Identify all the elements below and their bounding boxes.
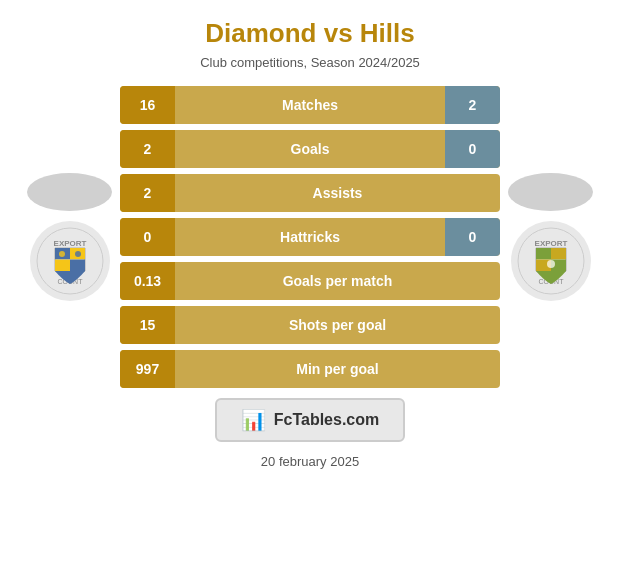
stat-label-goals-per-match: Goals per match <box>175 273 500 289</box>
right-oval <box>508 173 593 211</box>
svg-rect-5 <box>55 260 70 272</box>
left-badge-svg: EXPORT COUNT <box>35 226 105 296</box>
stat-label-shots-per-goal: Shots per goal <box>175 317 500 333</box>
stat-label-matches: Matches <box>175 97 445 113</box>
stat-left-goals: 2 <box>120 130 175 168</box>
stat-row-min-per-goal: 997Min per goal <box>120 350 500 388</box>
left-club-badge: EXPORT COUNT <box>30 221 110 301</box>
svg-text:EXPORT: EXPORT <box>53 239 86 248</box>
stat-left-assists: 2 <box>120 174 175 212</box>
stat-label-assists: Assists <box>175 185 500 201</box>
svg-rect-6 <box>70 260 85 272</box>
stat-label-goals: Goals <box>175 141 445 157</box>
stat-left-shots-per-goal: 15 <box>120 306 175 344</box>
svg-rect-12 <box>536 248 551 260</box>
stat-label-hattricks: Hattricks <box>175 229 445 245</box>
watermark-row: 📊 FcTables.com <box>215 398 406 442</box>
stat-row-assists: 2Assists <box>120 174 500 212</box>
date-row: 20 february 2025 <box>261 454 359 469</box>
left-club-area: EXPORT COUNT <box>27 173 120 301</box>
stat-right-hattricks: 0 <box>445 218 500 256</box>
svg-point-16 <box>547 260 555 268</box>
right-club-badge: EXPORT COUNT <box>511 221 591 301</box>
stat-label-min-per-goal: Min per goal <box>175 361 500 377</box>
stat-right-goals: 0 <box>445 130 500 168</box>
stats-section: 16Matches22Goals02Assists0Hattricks00.13… <box>120 86 500 388</box>
right-badge-svg: EXPORT COUNT <box>516 226 586 296</box>
watermark-icon: 📊 <box>241 408 266 432</box>
stat-row-hattricks: 0Hattricks0 <box>120 218 500 256</box>
stat-left-matches: 16 <box>120 86 175 124</box>
stat-left-min-per-goal: 997 <box>120 350 175 388</box>
page-container: Diamond vs Hills Club competitions, Seas… <box>0 0 620 580</box>
page-subtitle: Club competitions, Season 2024/2025 <box>200 55 420 70</box>
watermark-text: FcTables.com <box>274 411 380 429</box>
stat-row-goals: 2Goals0 <box>120 130 500 168</box>
svg-rect-13 <box>551 248 566 260</box>
page-title: Diamond vs Hills <box>205 18 415 49</box>
svg-point-8 <box>75 251 81 257</box>
stat-row-matches: 16Matches2 <box>120 86 500 124</box>
svg-text:EXPORT: EXPORT <box>534 239 567 248</box>
stat-left-goals-per-match: 0.13 <box>120 262 175 300</box>
main-content: EXPORT COUNT 16Matches22Goals02As <box>10 86 610 388</box>
watermark-box: 📊 FcTables.com <box>215 398 406 442</box>
left-oval <box>27 173 112 211</box>
stat-right-matches: 2 <box>445 86 500 124</box>
stat-left-hattricks: 0 <box>120 218 175 256</box>
svg-point-7 <box>59 251 65 257</box>
stat-row-goals-per-match: 0.13Goals per match <box>120 262 500 300</box>
right-club-area: EXPORT COUNT <box>500 173 593 301</box>
stat-row-shots-per-goal: 15Shots per goal <box>120 306 500 344</box>
